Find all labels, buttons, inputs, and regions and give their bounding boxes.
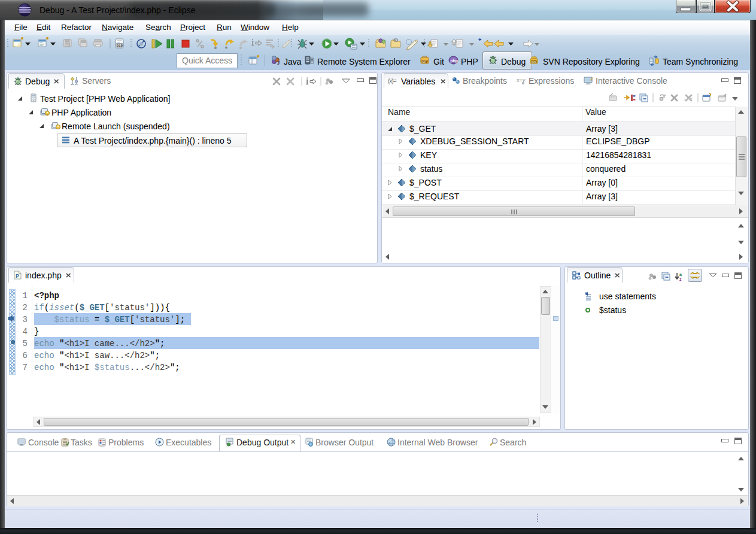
svg-text:J: J xyxy=(277,60,280,65)
svg-text:010: 010 xyxy=(117,44,123,48)
svg-text:php: php xyxy=(450,59,458,63)
svg-text:SVN: SVN xyxy=(532,61,536,63)
svg-text:GIT: GIT xyxy=(422,60,427,63)
svg-text:z: z xyxy=(679,277,682,281)
svg-text:P: P xyxy=(16,273,19,279)
svg-text:a: a xyxy=(679,272,682,277)
